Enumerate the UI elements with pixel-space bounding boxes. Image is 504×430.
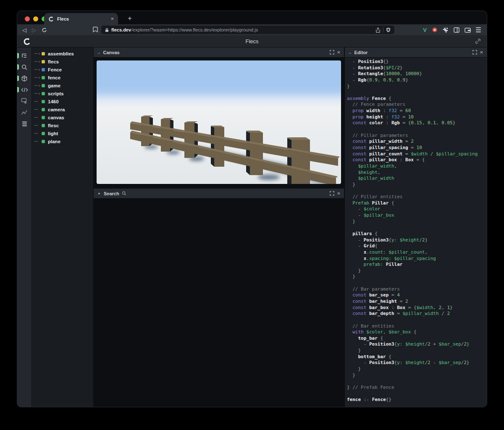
code-line: bottom_bar { — [347, 354, 487, 360]
code-line: - $pillar_box — [347, 212, 487, 219]
expand-icon[interactable] — [330, 191, 334, 196]
code-line: x.count: $pillar_count, — [347, 249, 487, 256]
code-line: prefab: Pillar — [347, 262, 487, 268]
expand-icon[interactable] — [330, 50, 334, 55]
tool-cube-3d-icon[interactable] — [17, 73, 32, 84]
sidebar-item-scripts[interactable]: ›scripts — [32, 89, 93, 97]
sidebar-tree: ›assemblies›flecs›Fence›fence›game›scrip… — [32, 47, 93, 407]
chevron-right-icon[interactable]: › — [39, 51, 40, 56]
code-line — [347, 188, 487, 194]
code-line: } — [347, 348, 487, 354]
close-icon[interactable]: × — [337, 191, 340, 196]
chevron-down-icon[interactable]: ⌄ — [97, 50, 101, 55]
sidebar-item-fence[interactable]: ›fence — [32, 73, 93, 81]
tree-connector: › — [34, 139, 42, 144]
sidebar-panel-icon[interactable] — [454, 27, 459, 33]
chevron-right-icon[interactable]: › — [39, 67, 40, 72]
browser-tab[interactable]: Flecs × — [44, 13, 118, 24]
entity-color-icon — [42, 92, 45, 95]
active-indicator — [17, 64, 19, 70]
entity-color-icon — [42, 76, 45, 79]
code-line: } — [347, 84, 487, 90]
sidebar-item-camera[interactable]: ›camera — [32, 105, 93, 113]
sidebar-item-flecs[interactable]: ›flecs — [32, 58, 93, 66]
tool-chart-icon[interactable] — [17, 107, 32, 118]
code-line: top_bar { — [347, 336, 487, 342]
collapsed-indicator-icon[interactable] — [98, 193, 100, 194]
sidebar-item-label: light — [48, 131, 58, 136]
adblock-badge-icon[interactable] — [432, 27, 438, 33]
entity-color-icon — [42, 124, 45, 127]
sidebar-item-plane[interactable]: ›plane — [32, 137, 93, 145]
code-line: } — [347, 219, 487, 225]
back-icon[interactable]: ◁ — [22, 27, 26, 33]
search-panel-title: Search — [104, 191, 119, 196]
code-line: // Pillar entities — [347, 194, 487, 200]
tab-close-icon[interactable]: × — [110, 16, 114, 21]
code-line — [347, 317, 487, 323]
tool-search-icon[interactable] — [17, 61, 32, 73]
close-icon[interactable]: × — [337, 50, 340, 55]
share-icon[interactable] — [375, 27, 381, 33]
tool-inspect-icon[interactable] — [17, 95, 32, 107]
traffic-light-minimize-button[interactable] — [33, 16, 38, 21]
chevron-right-icon[interactable]: › — [39, 83, 40, 88]
sidebar-item-light[interactable]: ›light — [32, 129, 93, 137]
traffic-light-close-button[interactable] — [25, 16, 30, 21]
code-line: $pillar_width, — [347, 163, 487, 170]
tool-code-icon[interactable] — [17, 84, 32, 95]
code-line: - Grid{ — [347, 243, 487, 249]
vue-devtools-icon[interactable]: V — [423, 27, 427, 33]
entity-color-icon — [42, 100, 45, 103]
wallet-icon[interactable] — [465, 27, 471, 33]
entity-color-icon — [42, 108, 45, 111]
code-line: // Fence parameters — [347, 102, 487, 108]
tree-connector: › — [34, 83, 42, 88]
code-line: prop height : f32 = 10 — [347, 114, 487, 121]
active-indicator — [17, 76, 19, 81]
sidebar-item-1460[interactable]: ›1460 — [32, 97, 93, 105]
code-line: const bar_box : Box = {$width, 2, 1} — [347, 305, 487, 311]
flecs-favicon-icon — [48, 16, 54, 22]
sidebar-item-Fence[interactable]: ›Fence — [32, 66, 93, 73]
search-icon — [122, 191, 126, 196]
chevron-right-icon[interactable]: › — [39, 75, 40, 80]
close-icon[interactable]: × — [480, 50, 483, 55]
entity-color-icon — [42, 132, 45, 135]
sidebar-item-assemblies[interactable]: ›assemblies — [32, 50, 93, 58]
link-icon[interactable] — [475, 38, 481, 44]
chevron-right-icon[interactable]: › — [39, 91, 40, 96]
chevron-down-icon[interactable]: ⌄ — [348, 50, 352, 55]
code-line: assembly Fence { — [347, 96, 487, 102]
url-bar[interactable]: flecs.dev /explorer/?wasm=https://www.fl… — [101, 26, 394, 34]
tool-tree-view-icon[interactable] — [17, 50, 32, 61]
tab-bar: Flecs × + — [17, 11, 487, 24]
menu-icon[interactable] — [476, 27, 481, 32]
sidebar-item-canvas[interactable]: ›canvas — [32, 113, 93, 121]
code-line: prop width : f32 = 60 — [347, 108, 487, 114]
chevron-right-icon[interactable]: › — [39, 59, 40, 64]
sidebar-item-game[interactable]: ›game — [32, 81, 93, 89]
code-line: pillars { — [347, 231, 487, 237]
code-line: // Bar entities — [347, 323, 487, 330]
forward-icon[interactable]: ▷ — [32, 27, 36, 33]
fence-3d-scene[interactable] — [97, 60, 341, 184]
tree-connector: › — [34, 107, 42, 112]
new-tab-button[interactable]: + — [125, 13, 135, 24]
bookmark-icon[interactable] — [93, 26, 98, 33]
search-panel-header: Search × — [94, 189, 344, 199]
editor-panel-header: ⌄ Editor × — [345, 47, 487, 58]
reload-icon[interactable] — [42, 27, 47, 33]
brave-shield-icon[interactable] — [386, 27, 391, 33]
editor-code[interactable]: - Position3{} - Rotation3{$PI/2} - Recta… — [345, 58, 487, 407]
tree-connector: › — [34, 91, 42, 96]
tool-stack-icon[interactable] — [17, 118, 32, 129]
code-line — [347, 225, 487, 231]
code-line: - Rectangle{10000, 10000} — [347, 71, 487, 77]
extensions-puzzle-icon[interactable] — [443, 27, 449, 33]
sidebar-item-flesc[interactable]: ›flesc — [32, 121, 93, 129]
code-line: x.spacing: $pillar_spacing — [347, 256, 487, 262]
entity-color-icon — [42, 84, 45, 87]
sidebar-item-label: assemblies — [48, 51, 74, 56]
expand-icon[interactable] — [472, 50, 477, 55]
